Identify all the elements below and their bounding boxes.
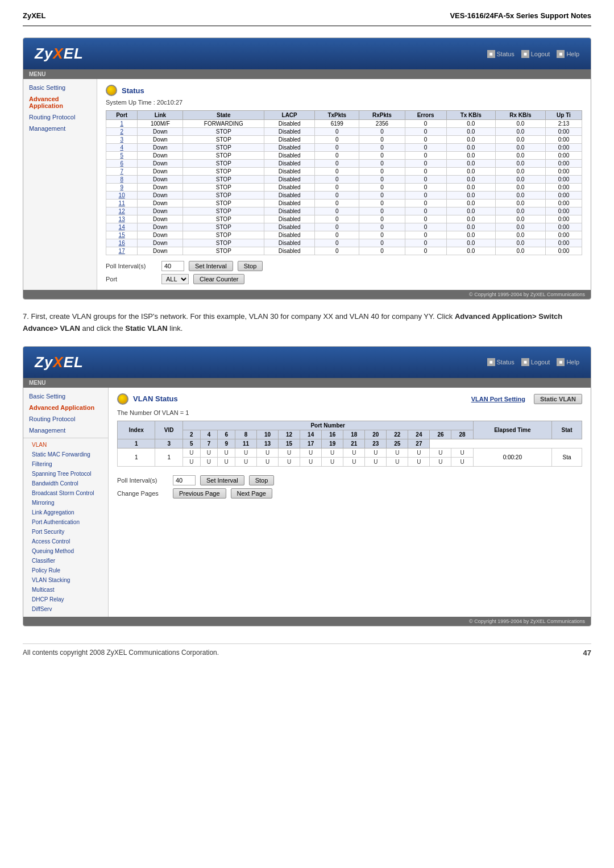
vlan-title: VLAN Status [133, 394, 178, 403]
vlan-u-cell-2: U [279, 457, 300, 466]
vlan-table: Index VID Port Number Elapsed Time Stat … [117, 421, 582, 467]
vth-port-top: 2 [182, 430, 200, 439]
nav-logout-2[interactable]: ■ Logout [521, 358, 550, 366]
port-select-1[interactable]: ALL [161, 274, 189, 284]
set-interval-btn-2[interactable]: Set Interval [200, 475, 244, 485]
vlan-port-setting-btn[interactable]: VLAN Port Setting [471, 396, 525, 402]
prev-page-btn[interactable]: Previous Page [173, 488, 226, 499]
vlan-number-text: The Number Of VLAN = 1 [117, 409, 582, 416]
vlan-u-cell-2: U [365, 457, 387, 466]
sidebar-item-routing-2[interactable]: Routing Protocol [23, 413, 108, 425]
vth-elapsed: Elapsed Time [473, 421, 552, 439]
vth-port-bot: 7 [200, 439, 218, 448]
vlan-u-cell: U [408, 448, 430, 457]
sidebar-item-advanced-2[interactable]: Advanced Application [23, 402, 108, 413]
vth-port-bot: 3 [155, 439, 183, 448]
page-header: ZyXEL VES-1616/24FA-5x Series Support No… [23, 11, 591, 26]
nav-help-1[interactable]: ■ Help [557, 50, 579, 58]
vth-port-top: 24 [408, 430, 430, 439]
footer-copyright: All contents copyright 2008 ZyXEL Commun… [23, 649, 219, 657]
menu-bar-1: MENU [23, 69, 591, 79]
menu-bar-2: MENU [23, 378, 591, 388]
panel1-footer-text: © Copyright 1995-2004 by ZyXEL Communica… [469, 292, 585, 297]
vth-port-top: 18 [343, 430, 365, 439]
nav-logout-1[interactable]: ■ Logout [521, 50, 550, 58]
vlan-u-cell-2: U [343, 457, 365, 466]
help-icon-1: ■ [557, 50, 565, 58]
sidebar-item-basic-1[interactable]: Basic Setting [23, 82, 97, 93]
table-row: 9DownSTOPDisabled0000.00.00:00 [106, 184, 582, 192]
vlan-u-cell: U [300, 448, 322, 457]
vth-port-bot: 23 [365, 439, 387, 448]
uptime-text-1: System Up Time : 20c10:27 [106, 99, 582, 106]
sidebar-subitem-bandwidth[interactable]: Bandwidth Control [23, 479, 108, 488]
vth-port-top: 26 [430, 430, 451, 439]
bottom-controls-1: Poll Interval(s) Set Interval Stop Port … [106, 261, 582, 284]
sidebar-item-advanced-1[interactable]: Advanced Application [23, 93, 97, 111]
sidebar-item-mgmt-2[interactable]: Management [23, 425, 108, 436]
sidebar-subitem-filtering[interactable]: Filtering [23, 459, 108, 469]
vth-port-top: 16 [322, 430, 343, 439]
sidebar-subitem-link-agg[interactable]: Link Aggregation [23, 508, 108, 517]
vth-port-top: 28 [451, 430, 473, 439]
vlan-u-cell-2: U [218, 457, 235, 466]
sidebar-subitem-vlan-stacking[interactable]: VLAN Stacking [23, 575, 108, 585]
sidebar-item-basic-2[interactable]: Basic Setting [23, 391, 108, 402]
sidebar-subitem-port-security[interactable]: Port Security [23, 527, 108, 537]
vth-port-bot: 27 [408, 439, 430, 448]
vlan-u-cell: U [279, 448, 300, 457]
next-page-btn[interactable]: Next Page [231, 488, 272, 499]
sidebar-item-mgmt-1[interactable]: Management [23, 123, 97, 134]
th-link-1: Link [138, 111, 183, 120]
vth-port-bot: 25 [387, 439, 408, 448]
th-rxpkts-1: RxPkts [359, 111, 405, 120]
bottom-controls-2: Poll Interval(s) Set Interval Stop Chang… [117, 475, 582, 499]
sidebar-item-routing-1[interactable]: Routing Protocol [23, 111, 97, 123]
stop-btn-2[interactable]: Stop [249, 475, 275, 485]
table-row: 14DownSTOPDisabled0000.00.00:00 [106, 223, 582, 231]
sidebar-subitem-spanning-tree[interactable]: Spanning Tree Protocol [23, 469, 108, 479]
nav-status-label-2: Status [497, 359, 515, 366]
nav-help-2[interactable]: ■ Help [557, 358, 579, 366]
vlan-u-cell-2: U [451, 457, 473, 466]
sidebar-subitem-queuing[interactable]: Queuing Method [23, 546, 108, 556]
poll-input-2[interactable] [173, 475, 196, 485]
sidebar-subitem-vlan[interactable]: VLAN [23, 440, 108, 450]
poll-input-1[interactable] [161, 261, 184, 271]
sidebar-subitem-port-auth[interactable]: Port Authentication [23, 517, 108, 527]
sidebar-2: Basic Setting Advanced Application Routi… [23, 388, 109, 617]
nav-status-1[interactable]: ■ Status [487, 50, 515, 58]
page-header-right: VES-1616/24FA-5x Series Support Notes [450, 11, 591, 20]
panel-1: ZyXEL ■ Status ■ Logout ■ Help MENU [23, 38, 591, 300]
sidebar-subitem-classifier[interactable]: Classifier [23, 556, 108, 566]
page-wrapper: ZyXEL VES-1616/24FA-5x Series Support No… [0, 0, 614, 674]
poll-label-1: Poll Interval(s) [106, 263, 157, 269]
table-row: 12DownSTOPDisabled0000.00.00:00 [106, 207, 582, 215]
poll-row-1: Poll Interval(s) Set Interval Stop [106, 261, 582, 271]
vlan-u-cell: U [451, 448, 473, 457]
sidebar-subitem-access-ctrl[interactable]: Access Control [23, 537, 108, 546]
bold-advanced-app: Advanced Application> [455, 312, 537, 321]
vth-port-bot: 13 [257, 439, 279, 448]
set-interval-btn-1[interactable]: Set Interval [189, 261, 233, 271]
sidebar-subitem-diffserv[interactable]: DiffServ [23, 604, 108, 614]
vth-port-number: Port Number [182, 421, 473, 430]
sidebar-subitem-static-mac[interactable]: Static MAC Forwarding [23, 450, 108, 459]
sidebar-subitem-broadcast-storm[interactable]: Broadcast Storm Control [23, 488, 108, 498]
sidebar-subitem-dhcp-relay[interactable]: DHCP Relay [23, 595, 108, 604]
static-vlan-btn[interactable]: Static VLAN [534, 394, 582, 404]
logout-icon-1: ■ [521, 50, 529, 58]
vth-index: Index [118, 421, 155, 439]
panel-2: ZyXEL ■ Status ■ Logout ■ Help MENU [23, 346, 591, 626]
vlan-u-cell-2: U [235, 457, 257, 466]
sidebar-subitem-mirroring[interactable]: Mirroring [23, 498, 108, 508]
stop-btn-1[interactable]: Stop [238, 261, 263, 271]
vlan-u-cell: U [430, 448, 451, 457]
clear-counter-btn-1[interactable]: Clear Counter [193, 274, 244, 284]
nav-status-2[interactable]: ■ Status [487, 358, 515, 366]
sidebar-subitem-policy-rule[interactable]: Policy Rule [23, 566, 108, 575]
status-header-1: Status [106, 85, 582, 96]
vth-port-top: 22 [387, 430, 408, 439]
sidebar-subitem-multicast[interactable]: Multicast [23, 585, 108, 595]
vlan-u-cell: U [257, 448, 279, 457]
